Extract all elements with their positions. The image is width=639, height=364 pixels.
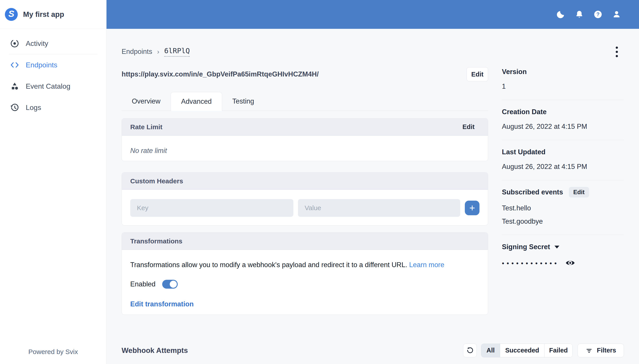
sidebar-item-label: Event Catalog [26, 82, 70, 90]
kebab-dot [616, 46, 618, 49]
endpoint-url-row: https://play.svix.com/in/e_GbpVeifPa65im… [122, 67, 488, 81]
subscribed-events-label: Subscribed events Edit [502, 187, 624, 198]
header-value-input[interactable] [298, 199, 460, 217]
event-catalog-icon [10, 81, 20, 91]
custom-headers-body: + [122, 190, 488, 217]
topbar: ? [107, 0, 639, 29]
sidebar-nav: Activity Endpoints Event Catalog Logs [0, 29, 106, 118]
version-value: 1 [502, 81, 624, 92]
reveal-secret-button[interactable] [565, 258, 575, 268]
filters-button-label: Filters [597, 347, 616, 354]
custom-headers-card: Custom Headers + [122, 172, 488, 226]
transformations-card: Transformations Transformations allow yo… [122, 232, 488, 315]
subscribed-events-section: Subscribed events Edit Test.hello Test.g… [502, 180, 624, 235]
toggle-knob [170, 281, 177, 288]
svix-logo-letter: S [9, 9, 15, 19]
webhook-attempts-title: Webhook Attempts [122, 346, 188, 355]
last-updated-value: August 26, 2022 at 4:15 PM [502, 162, 624, 172]
svg-text:?: ? [596, 12, 599, 17]
transformations-card-header: Transformations [122, 232, 488, 250]
sidebar-item-label: Activity [26, 40, 48, 48]
app-name: My first app [23, 10, 64, 18]
webhook-attempts-bar: Webhook Attempts All Succeeded Failed Fi… [122, 344, 624, 357]
sidebar-item-endpoints[interactable]: Endpoints [0, 54, 106, 76]
rate-limit-card: Rate Limit Edit No rate limit [122, 118, 488, 161]
edit-transformation-link[interactable]: Edit transformation [130, 300, 194, 308]
kebab-dot [616, 55, 618, 57]
logs-icon [10, 103, 20, 112]
creation-date-section: Creation Date August 26, 2022 at 4:15 PM [502, 100, 624, 140]
kebab-menu-button[interactable] [611, 46, 622, 57]
subscribed-events-label-text: Subscribed events [502, 187, 563, 198]
app-header: S My first app [0, 0, 106, 29]
signing-secret-section: Signing Secret •••••••••••• [502, 235, 624, 277]
endpoints-icon [10, 60, 20, 70]
segment-succeeded[interactable]: Succeeded [500, 344, 544, 357]
transformations-enabled-row: Enabled [130, 280, 479, 289]
chevron-down-icon [554, 246, 559, 248]
last-updated-label: Last Updated [502, 147, 624, 158]
refresh-icon [466, 347, 474, 354]
sidebar-item-label: Logs [26, 104, 41, 112]
subscribed-events-edit-button[interactable]: Edit [569, 187, 589, 198]
segment-all[interactable]: All [481, 344, 500, 357]
svix-logo-icon: S [5, 8, 18, 21]
help-icon: ? [593, 10, 603, 19]
signing-secret-row: •••••••••••• [502, 257, 624, 269]
enabled-label: Enabled [130, 280, 156, 288]
sidebar-item-label: Endpoints [26, 61, 57, 69]
transformations-description-text: Transformations allow you to modify a we… [130, 261, 407, 269]
edit-url-button[interactable]: Edit [467, 67, 488, 81]
segment-failed[interactable]: Failed [544, 344, 572, 357]
sidebar: S My first app Activity Endpoints Event … [0, 0, 107, 364]
header-key-input[interactable] [130, 199, 293, 217]
endpoint-url: https://play.svix.com/in/e_GbpVeifPa65im… [122, 70, 318, 78]
signing-secret-masked-value: •••••••••••• [502, 260, 559, 267]
endpoint-tabs: Overview Advanced Testing [122, 92, 488, 111]
version-label: Version [502, 66, 624, 77]
bell-icon [575, 10, 584, 19]
rate-limit-title: Rate Limit [130, 123, 162, 131]
transformations-description: Transformations allow you to modify a we… [130, 260, 479, 270]
moon-icon [556, 10, 565, 19]
breadcrumb-endpoint-id[interactable]: 6lRPlQ [164, 46, 190, 57]
tab-advanced[interactable]: Advanced [171, 92, 222, 111]
activity-icon [10, 38, 20, 48]
endpoint-details-panel: Version 1 Creation Date August 26, 2022 … [502, 66, 624, 277]
creation-date-label: Creation Date [502, 107, 624, 117]
powered-by-svix: Powered by Svix [0, 348, 106, 356]
sidebar-item-activity[interactable]: Activity [0, 33, 106, 54]
tab-overview[interactable]: Overview [122, 92, 171, 110]
transformations-body: Transformations allow you to modify a we… [122, 250, 488, 308]
creation-date-value: August 26, 2022 at 4:15 PM [502, 121, 624, 132]
rate-limit-empty-text: No rate limit [122, 136, 488, 155]
help-button[interactable]: ? [593, 9, 603, 20]
user-icon [612, 10, 621, 19]
transformations-toggle[interactable] [162, 280, 178, 289]
account-button[interactable] [611, 9, 622, 20]
dark-mode-button[interactable] [556, 9, 566, 20]
sidebar-item-event-catalog[interactable]: Event Catalog [0, 76, 106, 97]
signing-secret-label[interactable]: Signing Secret [502, 242, 624, 252]
breadcrumb: Endpoints › 6lRPlQ [122, 46, 190, 58]
filters-button[interactable]: Filters [577, 344, 624, 357]
subscribed-event-item: Test.goodbye [502, 216, 624, 227]
refresh-button[interactable] [463, 344, 477, 357]
learn-more-link[interactable]: Learn more [409, 261, 444, 269]
rate-limit-card-header: Rate Limit Edit [122, 118, 488, 136]
transformations-title: Transformations [130, 238, 182, 245]
breadcrumb-endpoints-link[interactable]: Endpoints [122, 48, 152, 56]
filter-icon [585, 347, 593, 354]
add-header-button[interactable]: + [465, 200, 479, 215]
subscribed-event-item: Test.hello [502, 203, 624, 214]
kebab-dot [616, 51, 618, 53]
notifications-button[interactable] [574, 9, 584, 20]
last-updated-section: Last Updated August 26, 2022 at 4:15 PM [502, 140, 624, 180]
rate-limit-edit-button[interactable]: Edit [462, 123, 475, 130]
breadcrumb-separator: › [157, 48, 159, 56]
signing-secret-label-text: Signing Secret [502, 242, 550, 252]
sidebar-item-logs[interactable]: Logs [0, 97, 106, 118]
tab-testing[interactable]: Testing [222, 92, 264, 110]
attempts-controls: All Succeeded Failed Filters [463, 344, 624, 357]
custom-headers-card-header: Custom Headers [122, 172, 488, 190]
